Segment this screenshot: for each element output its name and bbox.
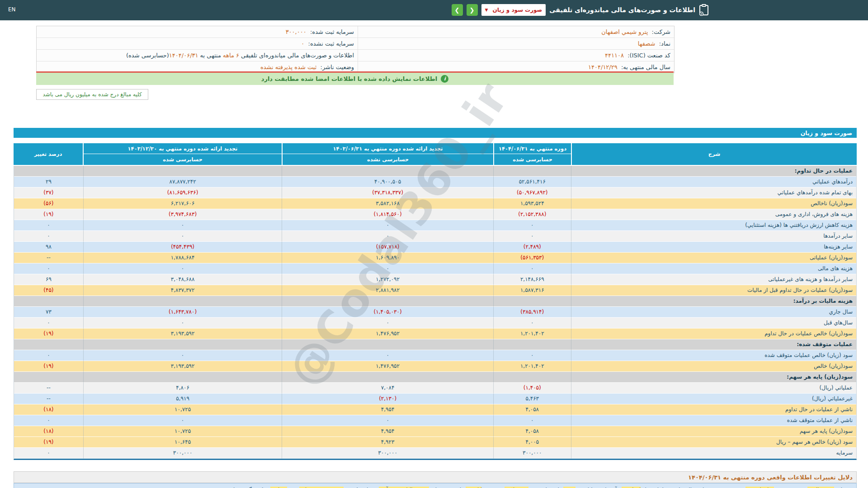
- cell-value: ۴,۰۵۸: [493, 426, 571, 437]
- table-row: ناشي از عملیات در حال تداوم۴,۰۵۸۴,۹۵۴۱۰,…: [14, 404, 856, 415]
- cell-value: ۳,۱۹۳,۵۹۲: [83, 361, 282, 372]
- info-label: وضعیت ناشر:: [316, 64, 354, 70]
- cell-value: ۱,۴۷۶,۹۵۲: [282, 328, 493, 339]
- info-label: منتهی به: [198, 52, 223, 59]
- footer-section-title: دلایل تغییرات اطلاعات واقعی دوره منتهی ب…: [688, 474, 853, 481]
- column-header-current-period: دوره منتهي به ۱۴۰۴/۰۶/۳۱ حسابرسی شده: [493, 143, 571, 165]
- percent-change-value: ۲۹: [14, 177, 83, 188]
- top-bar-controls: ❮ ❯ ▼ صورت سود و زیان اطلاعات و صورت‌های…: [452, 4, 709, 16]
- cell-value: ۷,۰۸۴: [282, 383, 493, 394]
- table-row: سایر هزینه‌ها(۲,۴۸۹)(۱۵۷,۷۱۸)(۴۵۴,۴۳۹)۹۸: [14, 242, 856, 253]
- cell-value: [282, 166, 493, 177]
- info-cell-left: سرمایه ثبت نشده: ۰: [37, 38, 358, 49]
- cell-value: ۰: [282, 350, 493, 361]
- table-header: شرح دوره منتهي به ۱۴۰۴/۰۶/۳۱ حسابرسی شده…: [14, 143, 857, 166]
- cell-value: ۱۰,۷۲۵: [83, 404, 282, 415]
- percent-change-value: [14, 339, 83, 350]
- info-cell-right: شرکت: پترو شیمي اصفهان: [358, 26, 674, 38]
- table-row: سود(زيان) پایه هر سهم۴,۰۵۸۴,۹۵۴۱۰,۷۲۵(۱۸…: [14, 426, 856, 437]
- table-row: سال جاري(۳۸۵,۹۱۴)(۱,۴۰۵,۰۳۰)(۱,۶۴۳,۷۸۰)۷…: [14, 307, 856, 318]
- table-section-row: سود(زیان) پایه هر سهم:: [14, 372, 856, 383]
- percent-change-value: ۰: [14, 350, 83, 361]
- row-label: هزینه های مالی: [571, 263, 856, 274]
- audit-status-label: حسابرسی نشده: [283, 154, 493, 165]
- cell-value: ۰: [83, 318, 282, 328]
- info-cell-right: کد صنعت (ISIC): ۴۴۱۱۰۸: [358, 50, 674, 61]
- cell-value: ۴,۹۵۴: [282, 426, 493, 437]
- info-label: سرمایه ثبت شده:: [307, 28, 354, 35]
- cell-value: [493, 372, 571, 383]
- income-table-body: عملیات در حال تداوم:درآمدهاي عملياتي۵۲,۵…: [14, 166, 857, 460]
- percent-change-value: (۱۸): [14, 404, 83, 415]
- cell-value: ۴,۹۵۴: [282, 404, 493, 415]
- cell-value: (۱,۸۱۴,۵۶۰): [282, 209, 493, 220]
- row-label: سود(زيان) خالص: [571, 361, 856, 372]
- cell-value: ۰: [493, 350, 571, 361]
- cell-value: (۵۰,۹۶۷,۸۹۲): [493, 188, 571, 198]
- table-row: بهای تمام شده درآمدهاي عملياتي(۵۰,۹۶۷,۸۹…: [14, 188, 856, 198]
- page: { "topbar": { "en_label": "EN", "title":…: [0, 0, 868, 488]
- cell-value: ۳,۵۸۲,۱۶۸: [282, 198, 493, 209]
- table-row: سود(زيان) عملياتی(۵۶۱,۳۵۳)۱,۶۰۹,۸۹۰۱,۷۸۸…: [14, 253, 856, 263]
- cell-value: (۴۵۴,۴۳۹): [83, 242, 282, 253]
- cell-value: ۵,۹۱۹: [83, 394, 282, 404]
- info-label: اطلاعات و صورت‌های مالی میاندوره‌ای تلفی…: [239, 52, 354, 59]
- cell-value: ۰: [83, 220, 282, 231]
- cell-value: ۰: [493, 415, 571, 426]
- cell-value: ۳۰۰,۰۰۰: [83, 448, 282, 459]
- info-label: سال مالی منتهی به:: [618, 64, 670, 70]
- info-value: ثبت شده پذیرفته نشده: [260, 64, 316, 70]
- row-label: عملياتي (ريال): [571, 383, 856, 394]
- cell-value: ۴,۸۳۷,۳۷۲: [83, 285, 282, 296]
- column-header-percent-change: درصد تغییر: [14, 143, 83, 165]
- row-label: سود(زيان) خالص عملیات در حال تداوم: [571, 328, 856, 339]
- info-cell-right: نماد: شصفها: [358, 38, 674, 49]
- cell-value: ۰: [493, 318, 571, 328]
- company-info-table: شرکت: پترو شیمي اصفهانسرمایه ثبت شده: ۳۰…: [36, 26, 675, 73]
- income-statement: صورت سود و زیان شرح دوره منتهي به ۱۴۰۴/۰…: [14, 128, 857, 460]
- info-value: ۱۴۰۴/۰۶/۳۱: [169, 52, 198, 59]
- nav-prev-button[interactable]: ❮: [452, 4, 463, 16]
- row-label: سود(زيان) ناخالص: [571, 198, 856, 209]
- info-label: (حسابرسی شده): [126, 52, 169, 59]
- cell-value: (۲,۱۵۲,۳۸۸): [493, 209, 571, 220]
- percent-change-value: ۷۳: [14, 307, 83, 318]
- cell-value: ۰: [493, 220, 571, 231]
- table-row: غیرعملیاتي (ريال)۵,۴۶۳(۲,۱۳۰)۵,۹۱۹--: [14, 394, 856, 404]
- signed-info-alert-text: اطلاعات نمایش داده شده با اطلاعات امضا ش…: [261, 75, 438, 82]
- row-label: سال‌هاي قبل: [571, 318, 856, 328]
- cell-value: ۲,۸۸۱,۹۸۲: [282, 285, 493, 296]
- cell-value: ۱,۲۰۱,۴۰۲: [493, 361, 571, 372]
- percent-change-value: (۱۹): [14, 209, 83, 220]
- audit-status-label: حسابرسی شده: [84, 154, 282, 165]
- footer-section-header: دلایل تغییرات اطلاعات واقعی دوره منتهی ب…: [14, 471, 857, 483]
- cell-value: ۴,۰۵۸: [493, 404, 571, 415]
- table-title-bar: صورت سود و زیان: [14, 128, 857, 138]
- period-label: تجدید ارائه شده دوره منتهي به ۱۴۰۳/۱۲/۳۰: [84, 143, 282, 154]
- info-label: نماد:: [655, 40, 670, 47]
- info-icon: i: [441, 75, 448, 83]
- language-toggle-en[interactable]: EN: [8, 6, 16, 13]
- title-gap: [14, 138, 857, 143]
- nav-next-button[interactable]: ❯: [467, 4, 478, 16]
- row-label: بهای تمام شده درآمدهاي عملياتي: [571, 188, 856, 198]
- cell-value: ۰: [282, 415, 493, 426]
- cell-value: ۱,۵۹۳,۵۲۴: [493, 198, 571, 209]
- clipboard-icon: [699, 4, 709, 16]
- percent-change-value: --: [14, 383, 83, 394]
- section-label: هزینه مالیات بر درآمد:: [571, 296, 856, 307]
- cell-value: ۰: [282, 231, 493, 242]
- cell-value: ۳۰۰,۰۰۰: [493, 448, 571, 459]
- cell-value: ۴,۹۲۳: [282, 437, 493, 448]
- row-label: هزینه های فروش، اداری و عمومی: [571, 209, 856, 220]
- cell-value: ۰: [493, 263, 571, 274]
- cell-value: ۱۰,۶۴۵: [83, 437, 282, 448]
- cell-value: ۶,۲۱۷,۶۰۶: [83, 198, 282, 209]
- cell-value: (۸۱,۶۵۹,۶۳۶): [83, 188, 282, 198]
- period-label: دوره منتهي به ۱۴۰۴/۰۶/۳۱: [494, 143, 571, 154]
- statement-select-dropdown[interactable]: ▼ صورت سود و زیان: [481, 4, 546, 16]
- percent-change-value: (۱۹): [14, 328, 83, 339]
- percent-change-value: [14, 166, 83, 177]
- cell-value: ۰: [493, 231, 571, 242]
- cell-value: ۴۰,۹۰۰,۵۰۵: [282, 177, 493, 188]
